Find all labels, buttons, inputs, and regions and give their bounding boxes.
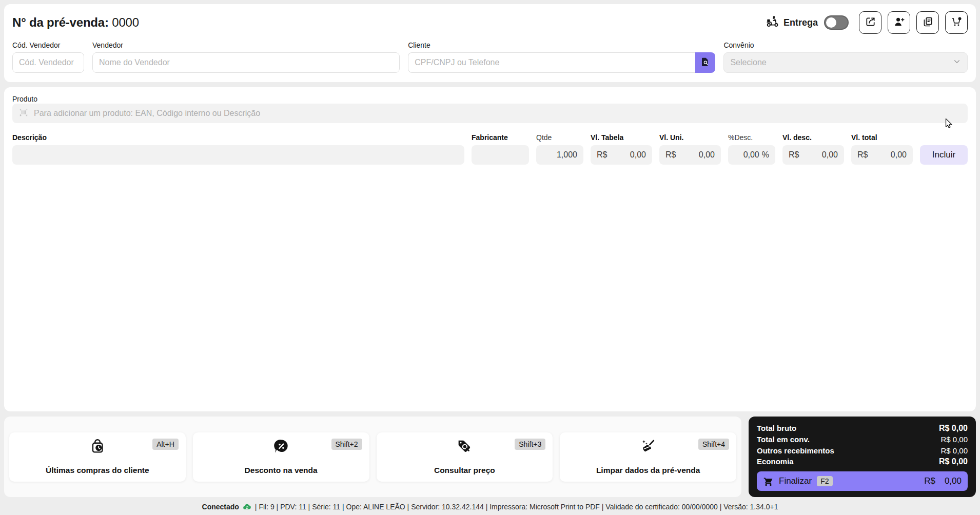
agreement-placeholder: Selecione — [730, 58, 766, 67]
status-bar: Conectado | Fil: 9 | PDV: 11 | Série: 11… — [0, 499, 980, 515]
status-details: | Fil: 9 | PDV: 11 | Série: 11 | Ope: AL… — [255, 503, 778, 511]
finalize-label: Finalizar — [779, 476, 812, 486]
client-search-button[interactable] — [695, 52, 715, 73]
discount-value: 0,00 — [822, 150, 838, 160]
shortcut-badge: Shift+2 — [331, 439, 362, 450]
action-label: Desconto na venda — [245, 466, 318, 475]
toggle-knob — [826, 17, 836, 28]
table-value-column-label: Vl. Tabela — [591, 133, 652, 142]
copy-presale-button[interactable] — [916, 11, 939, 34]
unit-value: 0,00 — [699, 150, 715, 160]
discount-pct-suffix: % — [762, 150, 769, 160]
copy-icon — [922, 16, 934, 29]
quick-actions-strip: Alt+H Últimas compras do cliente Shift+2… — [4, 417, 741, 497]
presale-label: N° da pré-venda: — [12, 15, 109, 29]
manufacturer-field — [472, 145, 529, 165]
description-field — [12, 145, 464, 165]
cloud-sync-icon — [242, 502, 252, 512]
totals-panel: Total bruto R$ 0,00 Total em conv. R$ 0,… — [749, 417, 976, 497]
vendor-name-input[interactable] — [92, 52, 400, 73]
shortcut-badge: Shift+4 — [698, 439, 729, 450]
bag-clock-icon — [89, 438, 106, 457]
total-gross-label: Total bruto — [757, 424, 796, 432]
total-gross-value: R$ 0,00 — [939, 424, 968, 433]
other-receipts-label: Outros recebimentos — [757, 446, 834, 455]
action-label: Últimas compras do cliente — [46, 466, 149, 475]
discount-pct-column-label: %Desc. — [728, 133, 775, 142]
total-value-column-label: Vl. total — [851, 133, 913, 142]
total-agreement-row: Total em conv. R$ 0,00 — [757, 434, 968, 445]
discount-pct-field[interactable]: 0,00 % — [728, 145, 775, 165]
action-clear-presale[interactable]: Shift+4 Limpar dados da pré-venda — [560, 432, 736, 482]
currency-prefix: R$ — [789, 150, 799, 160]
qty-field[interactable]: 1,000 — [536, 145, 583, 165]
discount-chat-icon — [272, 438, 290, 457]
other-receipts-value: R$ 0,00 — [940, 446, 968, 455]
client-input[interactable] — [408, 52, 695, 73]
discount-value-field: R$ 0,00 — [782, 145, 844, 165]
delivery-label: Entrega — [783, 17, 818, 28]
presale-header-card: N° da pré-venda: 0000 Entrega — [4, 4, 976, 82]
cart-icon — [763, 476, 774, 487]
unit-value-column-label: Vl. Uni. — [659, 133, 721, 142]
currency-prefix: R$ — [857, 150, 868, 160]
shortcut-badge: Shift+3 — [515, 439, 545, 450]
barcode-icon — [18, 107, 29, 120]
finalize-shortcut-badge: F2 — [817, 476, 832, 486]
product-search-input[interactable] — [34, 109, 962, 118]
manufacturer-column-label: Fabricante — [472, 133, 529, 142]
shortcut-badge: Alt+H — [152, 439, 179, 450]
connection-status: Conectado — [202, 503, 239, 511]
total-gross-row: Total bruto R$ 0,00 — [757, 423, 968, 434]
share-icon — [865, 16, 876, 29]
vendor-code-input[interactable] — [12, 52, 84, 73]
total-agreement-value: R$ 0,00 — [940, 435, 968, 444]
total-agreement-label: Total em conv. — [757, 435, 810, 444]
qty-column-label: Qtde — [536, 133, 583, 142]
qty-value: 1,000 — [557, 150, 577, 160]
person-plus-icon — [893, 16, 905, 29]
total-value-field: R$ 0,00 — [851, 145, 913, 165]
table-value: 0,00 — [630, 150, 646, 160]
document-search-icon — [700, 56, 711, 69]
finalize-button[interactable]: Finalizar F2 R$ 0,00 — [757, 471, 968, 491]
product-entry-card: Produto Descrição Fabricante Qtde 1,000 … — [4, 87, 976, 411]
chevron-down-icon — [953, 57, 961, 68]
savings-label: Economia — [757, 457, 794, 466]
unit-value-field[interactable]: R$ 0,00 — [659, 145, 721, 165]
share-presale-button[interactable] — [859, 11, 881, 34]
table-value-field: R$ 0,00 — [591, 145, 652, 165]
product-label: Produto — [12, 95, 37, 103]
vendor-label: Vendedor — [92, 41, 400, 49]
discount-value-column-label: Vl. desc. — [782, 133, 844, 142]
client-label: Cliente — [408, 41, 715, 49]
currency-prefix: R$ — [665, 150, 676, 160]
add-client-button[interactable] — [888, 11, 910, 34]
action-label: Consultar preço — [434, 466, 495, 475]
other-receipts-row: Outros recebimentos R$ 0,00 — [757, 445, 968, 456]
total-value: 0,00 — [891, 150, 907, 160]
cart-plus-icon — [951, 16, 963, 29]
agreement-select[interactable]: Selecione — [723, 52, 968, 73]
agreement-label: Convênio — [723, 41, 968, 49]
currency-prefix: R$ — [597, 150, 607, 160]
finalize-amount: R$ 0,00 — [924, 476, 962, 486]
finalize-amount-prefix: R$ — [924, 476, 935, 486]
include-button[interactable]: Incluir — [920, 145, 968, 165]
savings-value: R$ 0,00 — [939, 457, 968, 466]
description-column-label: Descrição — [12, 133, 464, 142]
cart-badge-button[interactable] — [945, 11, 968, 34]
page-title: N° da pré-venda: 0000 — [12, 15, 139, 30]
price-tag-search-icon — [456, 438, 473, 457]
action-sale-discount[interactable]: Shift+2 Desconto na venda — [193, 432, 369, 482]
delivery-scooter-icon — [766, 14, 779, 31]
product-search-field[interactable] — [12, 104, 968, 123]
action-label: Limpar dados da pré-venda — [596, 466, 700, 475]
action-last-purchases[interactable]: Alt+H Últimas compras do cliente — [9, 432, 186, 482]
delivery-toggle-group: Entrega — [766, 14, 818, 31]
delivery-toggle[interactable] — [824, 15, 849, 30]
finalize-amount-value: 0,00 — [945, 476, 962, 486]
broom-icon — [639, 438, 657, 457]
action-price-check[interactable]: Shift+3 Consultar preço — [377, 432, 553, 482]
presale-number: 0000 — [112, 15, 139, 29]
